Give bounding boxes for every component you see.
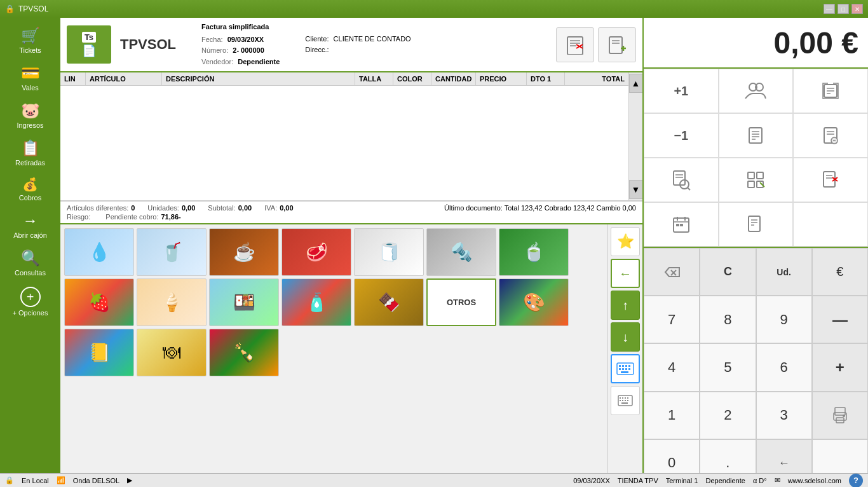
col-desc: DESCRIPCIÓN <box>162 72 355 85</box>
riesgo-item: Riesgo: <box>67 213 93 221</box>
scroll-up-button[interactable]: ▲ <box>629 74 643 93</box>
col-art: ARTÍCULO <box>86 72 162 85</box>
num-2[interactable]: 2 <box>700 392 756 439</box>
table-body <box>60 86 628 200</box>
fecha-row: Fecha: 09/03/20XX <box>201 34 280 46</box>
product-cell-meat[interactable]: 🥩 <box>281 228 351 276</box>
calendar-button[interactable] <box>644 202 719 247</box>
customer-info: Cliente: CLIENTE DE CONTADO Direcc.: <box>305 34 410 56</box>
scroll-down-button[interactable]: ▼ <box>629 180 643 199</box>
minus-button[interactable]: — <box>812 296 868 343</box>
num-6[interactable]: 6 <box>756 343 812 391</box>
sidebar-label-cobros: Cobros <box>19 194 41 202</box>
backspace-button[interactable] <box>644 248 700 296</box>
product-cell-fruit[interactable]: 🍓 <box>64 278 134 326</box>
euro-button[interactable]: € <box>812 248 868 296</box>
num-4[interactable]: 4 <box>644 343 700 391</box>
num-7[interactable]: 7 <box>644 296 700 343</box>
doc-print-button[interactable] <box>793 69 868 113</box>
unidades-label: Unidades: <box>147 204 179 212</box>
down-button[interactable]: ↓ <box>611 322 640 352</box>
cancel-doc-button[interactable] <box>793 158 868 202</box>
ud-button[interactable]: Ud. <box>756 248 812 296</box>
back-button[interactable]: ← <box>611 259 640 288</box>
favorites-button[interactable]: ⭐ <box>611 227 640 256</box>
svg-rect-26 <box>620 400 621 401</box>
sidebar-item-vales[interactable]: 💳 Vales <box>3 60 57 95</box>
product-cell-metal[interactable]: 🔩 <box>426 228 496 276</box>
product-cell-notebook[interactable]: 📒 <box>64 329 134 376</box>
product-cell-snack[interactable]: 🍫 <box>354 278 424 326</box>
status-icons: α D° <box>753 477 767 484</box>
cobros-icon: 💰 <box>22 177 38 192</box>
product-cell-drinks[interactable]: 🍾 <box>209 329 279 376</box>
product-cell-colorful[interactable]: 🎨 <box>499 278 569 326</box>
sidebar-item-opciones[interactable]: + + Opciones <box>3 283 57 320</box>
clear-button[interactable]: C <box>700 248 756 296</box>
plus-button[interactable]: + <box>812 343 868 391</box>
minimize-button[interactable]: — <box>824 4 835 14</box>
title-bar: 🔒 TPVSOL — □ ✕ <box>0 0 868 18</box>
product-grid: 💧 🥤 ☕ 🥩 🧻 🔩 <box>60 224 607 487</box>
doc-user-button[interactable] <box>793 113 868 158</box>
sidebar-item-cajón[interactable]: → Abrir cajón <box>3 208 57 243</box>
product-cell-tea[interactable]: 🍵 <box>499 228 569 276</box>
invoice-table-wrap: LIN ARTÍCULO DESCRIPCIÓN TALLA COLOR CAN… <box>60 72 642 200</box>
up-button[interactable]: ↑ <box>611 291 640 320</box>
ticket-cancel-button[interactable] <box>556 27 594 62</box>
svg-point-77 <box>843 415 845 417</box>
product-cell-roll[interactable]: 🧻 <box>354 228 424 276</box>
svg-rect-17 <box>622 368 624 370</box>
footer-row2: Riesgo: Pendiente cobro: 71,86- <box>67 213 636 221</box>
status-location: En Local <box>22 477 49 484</box>
sidebar-label-consultas: Consultas <box>15 269 46 277</box>
sidebar-item-ingresos[interactable]: 🐷 Ingresos <box>3 98 57 133</box>
num-3[interactable]: 3 <box>756 392 812 439</box>
sidebar-item-consultas[interactable]: 🔍 Consultas <box>3 245 57 280</box>
product-row-3: 📒 🍽 🍾 <box>64 329 604 376</box>
product-cell-cacao[interactable]: ☕ <box>209 228 279 276</box>
logo-box: Ts 📄 <box>67 25 111 64</box>
num-5[interactable]: 5 <box>700 343 756 391</box>
svg-rect-52 <box>748 172 754 179</box>
print-button[interactable] <box>812 392 868 439</box>
product-cell-food-tray[interactable]: 🍽 <box>137 329 207 376</box>
product-cell-spa[interactable]: 🥤 <box>137 228 207 276</box>
product-cell-icecream[interactable]: 🍦 <box>137 278 207 326</box>
num-8[interactable]: 8 <box>700 296 756 343</box>
new-ticket-button[interactable] <box>598 27 636 62</box>
articulos-value: 0 <box>131 204 135 212</box>
num-1[interactable]: 1 <box>644 392 700 439</box>
invoice-header: Ts 📄 TPVSOL Factura simplificada Fecha: … <box>60 18 642 72</box>
svg-rect-12 <box>619 365 621 367</box>
keyboard-button[interactable] <box>611 354 640 383</box>
svg-rect-6 <box>609 37 622 53</box>
window-controls[interactable]: — □ ✕ <box>824 4 863 14</box>
customer-button[interactable] <box>719 69 794 113</box>
minus1-button[interactable]: −1 <box>644 113 719 158</box>
opciones-icon: + <box>20 287 41 307</box>
cliente-row: Cliente: CLIENTE DE CONTADO <box>305 34 410 45</box>
product-cell-water[interactable]: 💧 <box>64 228 134 276</box>
sidebar-item-tickets[interactable]: 🛒 Tickets <box>3 23 57 58</box>
small-keyboard-button[interactable] <box>611 386 640 415</box>
pendiente-label: Pendiente cobro: <box>105 213 158 221</box>
sidebar-item-retiradas[interactable]: 📋 Retiradas <box>3 135 57 170</box>
close-button[interactable]: ✕ <box>851 4 863 14</box>
sidebar-label-retiradas: Retiradas <box>15 159 45 167</box>
articulos-item: Artículos diferentes: 0 <box>67 204 135 212</box>
sidebar-item-cobros[interactable]: 💰 Cobros <box>3 173 57 205</box>
doc-note-button[interactable] <box>719 202 794 247</box>
maximize-button[interactable]: □ <box>837 4 849 14</box>
sidebar-label-ingresos: Ingresos <box>17 121 43 129</box>
search-doc-button[interactable] <box>644 158 719 202</box>
status-bar: 🔒 En Local 📶 Onda DELSOL ▶ 09/03/20XX TI… <box>0 473 868 487</box>
plus1-button[interactable]: +1 <box>644 69 719 113</box>
product-cell-lunch[interactable]: 🍱 <box>209 278 279 326</box>
product-cell-otros[interactable]: OTROS <box>426 278 496 326</box>
num-9[interactable]: 9 <box>756 296 812 343</box>
help-button[interactable]: ? <box>849 474 863 488</box>
grid-view-button[interactable] <box>719 158 794 202</box>
product-cell-bottles[interactable]: 🧴 <box>281 278 351 326</box>
doc-list-button[interactable] <box>719 113 794 158</box>
